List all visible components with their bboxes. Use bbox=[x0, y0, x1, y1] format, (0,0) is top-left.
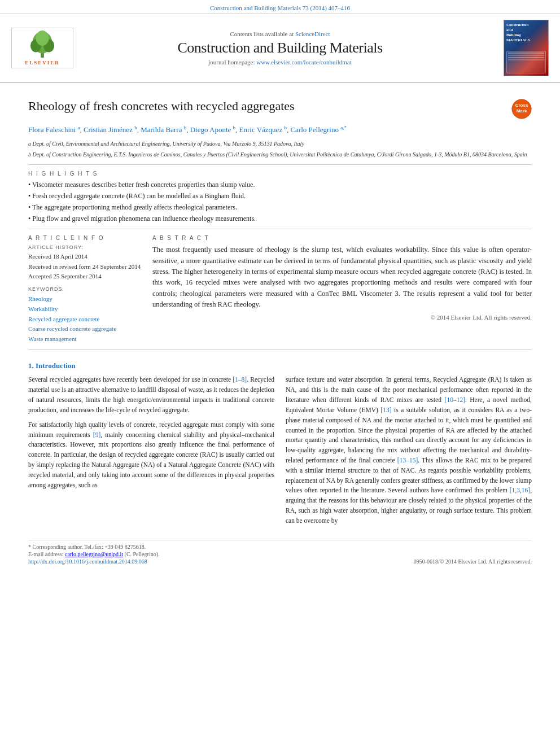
highlights-label: H I G H L I G H T S bbox=[28, 171, 532, 177]
journal-banner: ELSEVIER Contents lists available at Sci… bbox=[0, 14, 560, 83]
sciencedirect-link[interactable]: ScienceDirect bbox=[295, 30, 330, 37]
ref-1-8[interactable]: [1–8] bbox=[233, 376, 247, 383]
journal-title: Construction and Building Materials bbox=[73, 40, 487, 56]
divider-2 bbox=[28, 229, 532, 229]
corresponding-author-note: * Corresponding author. Tel./fax: +39 04… bbox=[28, 544, 532, 550]
ref-13[interactable]: [13] bbox=[380, 407, 391, 413]
body-right-p1: surface texture and water absorption. In… bbox=[286, 375, 532, 526]
article-info: A R T I C L E I N F O Article history: R… bbox=[28, 235, 141, 344]
journal-citation-header: Construction and Building Materials 73 (… bbox=[0, 0, 560, 14]
svg-point-4 bbox=[36, 30, 49, 46]
homepage-label: journal homepage: bbox=[208, 59, 255, 65]
elsevier-logo: ELSEVIER bbox=[11, 28, 73, 68]
article-info-label: A R T I C L E I N F O bbox=[28, 235, 141, 241]
abstract-text: The most frequently used measure of rheo… bbox=[152, 244, 532, 310]
affiliation-b: b Dept. of Construction Engineering, E.T… bbox=[28, 150, 532, 159]
ref-10-12[interactable]: [10–12] bbox=[445, 396, 465, 403]
received-date: Received 18 April 2014 bbox=[28, 252, 141, 261]
email-note: E-mail address: carlo.pellegrino@unipd.i… bbox=[28, 551, 532, 557]
doi-link[interactable]: http://dx.doi.org/10.1016/j.conbuildmat.… bbox=[28, 558, 147, 565]
body-right-col: surface texture and water absorption. In… bbox=[286, 375, 532, 530]
accepted-date: Accepted 25 September 2014 bbox=[28, 272, 141, 281]
authors-line: Flora Faleschini a, Cristian Jiménez b, … bbox=[28, 124, 532, 136]
body-left-col: Several recycled aggregates have recentl… bbox=[28, 375, 274, 530]
divider-1 bbox=[28, 164, 532, 165]
journal-citation-text: Construction and Building Materials 73 (… bbox=[210, 5, 350, 11]
keyword-4: Waste management bbox=[28, 334, 141, 344]
article-info-col: A R T I C L E I N F O Article history: R… bbox=[28, 235, 141, 344]
email-link[interactable]: carlo.pellegrino@unipd.it bbox=[65, 551, 123, 557]
authors-text: Flora Faleschini a, Cristian Jiménez b, … bbox=[28, 125, 347, 134]
highlight-item-4: Plug flow and gravel migration phenomena… bbox=[28, 214, 532, 224]
abstract-label: A B S T R A C T bbox=[152, 235, 532, 241]
homepage-line: journal homepage: www.elsevier.com/locat… bbox=[73, 59, 487, 65]
cbm-journal-cover: ConstructionandBuildingMATERIALS bbox=[504, 20, 549, 76]
issn-text: 0950-0618/© 2014 Elsevier Ltd. All right… bbox=[414, 558, 532, 565]
abstract-col: A B S T R A C T The most frequently used… bbox=[152, 235, 532, 344]
banner-center: Contents lists available at ScienceDirec… bbox=[73, 30, 487, 65]
paper-title-row: Rheology of fresh concretes with recycle… bbox=[28, 99, 532, 119]
body-two-col: Several recycled aggregates have recentl… bbox=[28, 375, 532, 530]
ref-9[interactable]: [9] bbox=[93, 431, 100, 438]
divider-3 bbox=[28, 350, 532, 350]
ref-13-15[interactable]: [13–15] bbox=[397, 457, 418, 464]
contents-line: Contents lists available at ScienceDirec… bbox=[73, 30, 487, 37]
footer-links: http://dx.doi.org/10.1016/j.conbuildmat.… bbox=[28, 558, 532, 565]
elsevier-tree-icon bbox=[25, 30, 59, 59]
cbm-cover-area: ConstructionandBuildingMATERIALS bbox=[487, 20, 549, 76]
highlight-item-1: Viscometer measures describes better fre… bbox=[28, 180, 532, 190]
keyword-1: Workability bbox=[28, 304, 141, 314]
keyword-3: Coarse recycled concrete aggregate bbox=[28, 324, 141, 334]
history-label: Article history: bbox=[28, 244, 141, 250]
contents-text: Contents lists available at bbox=[230, 30, 294, 37]
keyword-2: Recycled aggregate concrete bbox=[28, 314, 141, 325]
cbm-cover-title-text: ConstructionandBuildingMATERIALS bbox=[506, 23, 546, 43]
crossmark-icon: Cross Mark bbox=[511, 99, 532, 119]
revised-date: Received in revised form 24 September 20… bbox=[28, 263, 141, 271]
page-footer: * Corresponding author. Tel./fax: +39 04… bbox=[28, 540, 532, 565]
svg-text:Cross: Cross bbox=[515, 103, 528, 108]
body-left-p2: For satisfactorily high quality levels o… bbox=[28, 420, 274, 491]
info-abstract-row: A R T I C L E I N F O Article history: R… bbox=[28, 235, 532, 344]
elsevier-text: ELSEVIER bbox=[25, 60, 60, 65]
main-content: Rheology of fresh concretes with recycle… bbox=[0, 83, 560, 576]
copyright-line: © 2014 Elsevier Ltd. All rights reserved… bbox=[152, 314, 532, 321]
keywords-label: Keywords: bbox=[28, 286, 141, 292]
highlights-section: H I G H L I G H T S Viscometer measures … bbox=[28, 171, 532, 223]
body-section: 1. Introduction Several recycled aggrega… bbox=[28, 361, 532, 530]
highlight-item-3: The aggregate proportioning method great… bbox=[28, 203, 532, 212]
ref-1-3-16[interactable]: [1,3,16] bbox=[510, 487, 530, 493]
highlight-item-2: Fresh recycled aggregate concrete (RAC) … bbox=[28, 191, 532, 201]
keyword-0: Rheology bbox=[28, 294, 141, 304]
paper-title: Rheology of fresh concretes with recycle… bbox=[28, 99, 506, 113]
affiliation-a: a Dept. of Civil, Environmental and Arch… bbox=[28, 139, 532, 148]
elsevier-logo-area: ELSEVIER bbox=[11, 28, 73, 68]
homepage-url[interactable]: www.elsevier.com/locate/conbuildmat bbox=[256, 59, 352, 65]
section1-heading: 1. Introduction bbox=[28, 361, 532, 370]
keywords-section: Keywords: Rheology Workability Recycled … bbox=[28, 286, 141, 344]
body-left-p1: Several recycled aggregates have recentl… bbox=[28, 375, 274, 415]
svg-text:Mark: Mark bbox=[517, 108, 527, 113]
